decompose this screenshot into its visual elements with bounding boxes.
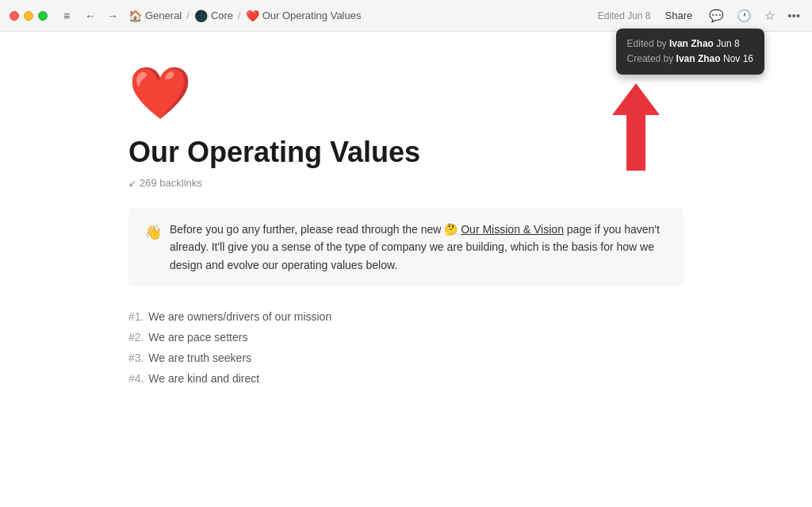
edited-label: Edited Jun 8: [598, 10, 651, 21]
more-button[interactable]: •••: [785, 6, 802, 25]
list-items: #1. We are owners/drivers of our mission…: [128, 310, 684, 385]
breadcrumb-sep-1: /: [186, 10, 190, 21]
breadcrumb-page-label: Our Operating Values: [262, 10, 362, 21]
thinking-icon: 🤔: [444, 223, 461, 236]
list-num-3: #3.: [128, 351, 144, 364]
comment-button[interactable]: 💬: [707, 6, 726, 25]
wave-icon: 👋: [144, 221, 162, 274]
traffic-lights: [10, 11, 48, 21]
sidebar-toggle-button[interactable]: ≡: [57, 6, 76, 25]
breadcrumb: 🏠 General / 🌑 Core / ❤️ Our Operating Va…: [128, 10, 598, 22]
list-item: #2. We are pace setters: [128, 331, 684, 344]
minimize-button[interactable]: [24, 11, 33, 21]
list-item: #3. We are truth seekers: [128, 351, 684, 364]
nav-controls: ← →: [81, 6, 122, 25]
tooltip-created-name: Ivan Zhao: [676, 53, 721, 64]
callout-box: 👋 Before you go any further, please read…: [128, 208, 684, 286]
backlinks-icon: ↙: [128, 178, 136, 189]
backlinks[interactable]: ↙ 269 backlinks: [128, 177, 684, 189]
tooltip-edited-name: Ivan Zhao: [669, 38, 714, 49]
backlinks-text: 269 backlinks: [140, 177, 202, 189]
home-icon: 🏠: [128, 10, 142, 22]
callout-content: Before you go any further, please read t…: [170, 221, 668, 274]
back-button[interactable]: ←: [81, 6, 100, 25]
list-item: #1. We are owners/drivers of our mission: [128, 310, 684, 323]
callout-text-before: Before you go any further, please read t…: [170, 223, 441, 236]
callout-link[interactable]: Our Mission & Vision: [461, 223, 564, 236]
titlebar-right: Edited Jun 8 Share 💬 🕐 ☆ •••: [598, 6, 802, 25]
breadcrumb-core[interactable]: 🌑 Core: [194, 10, 233, 22]
list-num-4: #4.: [128, 372, 144, 385]
titlebar: ≡ ← → 🏠 General / 🌑 Core / ❤️ Our Operat…: [0, 0, 812, 32]
list-text-2: We are pace setters: [148, 331, 247, 344]
tooltip-edited-label: Edited by: [627, 38, 669, 49]
forward-button[interactable]: →: [103, 6, 122, 25]
list-text-3: We are truth seekers: [148, 351, 251, 364]
main-content: ❤️ Our Operating Values ↙ 269 backlinks …: [65, 32, 747, 417]
list-item: #4. We are kind and direct: [128, 372, 684, 385]
svg-marker-0: [612, 83, 660, 171]
breadcrumb-core-label: Core: [211, 10, 233, 21]
breadcrumb-sep-2: /: [238, 10, 241, 21]
close-button[interactable]: [10, 11, 19, 21]
tooltip-created-label: Created by: [627, 53, 676, 64]
page-heart-icon: ❤️: [246, 10, 259, 22]
core-icon: 🌑: [194, 10, 208, 22]
breadcrumb-general[interactable]: 🏠 General: [128, 10, 182, 22]
maximize-button[interactable]: [38, 11, 48, 21]
breadcrumb-page[interactable]: ❤️ Our Operating Values: [246, 10, 362, 22]
history-button[interactable]: 🕐: [734, 6, 754, 25]
list-num-2: #2.: [128, 331, 144, 344]
list-text-1: We are owners/drivers of our mission: [148, 310, 331, 323]
star-button[interactable]: ☆: [762, 6, 777, 25]
share-button[interactable]: Share: [659, 6, 699, 25]
list-text-4: We are kind and direct: [148, 372, 259, 385]
edit-tooltip: Edited by Ivan Zhao Jun 8 Created by Iva…: [616, 29, 764, 75]
arrow-annotation: [588, 79, 684, 178]
tooltip-created-date: Nov 16: [723, 53, 753, 64]
breadcrumb-general-label: General: [145, 10, 182, 21]
list-num-1: #1.: [128, 310, 144, 323]
tooltip-edited-date: Jun 8: [716, 38, 739, 49]
